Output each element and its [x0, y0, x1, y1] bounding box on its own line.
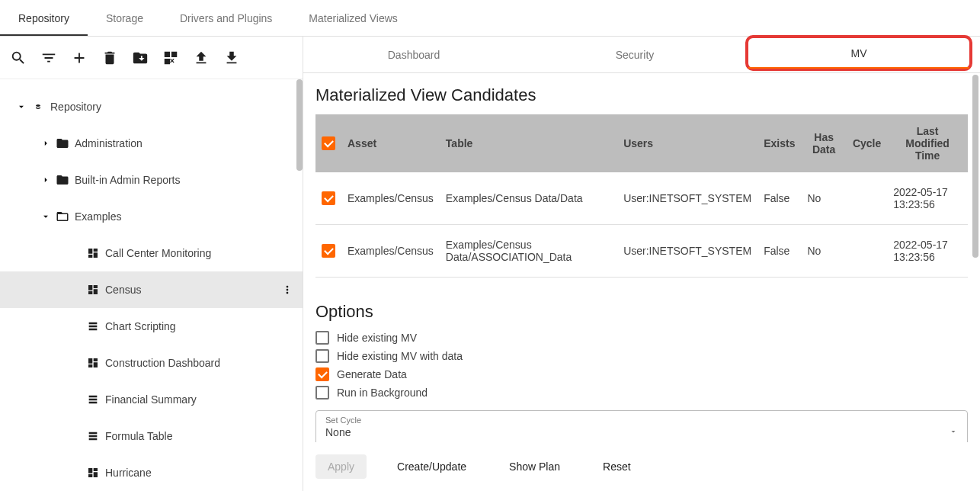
chevron-right-icon[interactable] — [37, 175, 55, 185]
tree-label: Formula Table — [105, 430, 303, 442]
table-row[interactable]: Examples/Census Examples/Census Data/Dat… — [315, 172, 968, 225]
tab-storage[interactable]: Storage — [88, 0, 162, 36]
run-background-label: Run in Background — [337, 387, 428, 399]
cell-asset: Examples/Census — [341, 225, 440, 278]
subtab-security[interactable]: Security — [524, 37, 745, 72]
run-background-checkbox[interactable] — [315, 386, 329, 400]
set-cycle-select[interactable]: Set Cycle None — [315, 410, 968, 442]
col-has-data[interactable]: Has Data — [801, 114, 846, 172]
worksheet-icon — [85, 428, 101, 444]
hide-existing-label: Hide existing MV — [337, 332, 417, 344]
create-update-button[interactable]: Create/Update — [385, 454, 479, 479]
tree-label: Repository — [50, 101, 303, 113]
left-panel: Repository Administration Built-in Admin… — [0, 37, 303, 491]
tree-item-builtin[interactable]: Built-in Admin Reports — [0, 162, 303, 198]
cell-exists: False — [757, 225, 801, 278]
upload-icon[interactable] — [192, 49, 210, 67]
row-checkbox[interactable] — [322, 244, 335, 258]
candidates-table: Asset Table Users Exists Has Data Cycle … — [315, 114, 968, 278]
tree-label: Census — [105, 284, 272, 296]
col-table[interactable]: Table — [440, 114, 617, 172]
row-checkbox[interactable] — [322, 191, 335, 205]
repository-icon — [30, 99, 46, 114]
search-icon[interactable] — [9, 49, 27, 67]
generate-data-checkbox[interactable] — [315, 367, 329, 381]
chevron-down-icon[interactable] — [37, 211, 55, 222]
tree-item-administration[interactable]: Administration — [0, 125, 303, 162]
cell-has-data: No — [801, 172, 846, 225]
delete-icon[interactable] — [101, 49, 119, 67]
right-panel: Dashboard Security MV Materialized View … — [303, 37, 980, 491]
cell-users: User:INETSOFT_SYSTEM — [617, 172, 757, 225]
export-icon[interactable] — [131, 49, 149, 67]
hide-existing-data-label: Hide existing MV with data — [337, 350, 463, 362]
set-cycle-label: Set Cycle — [325, 416, 958, 425]
candidates-title: Materialized View Candidates — [315, 85, 968, 105]
dashboard-icon — [85, 246, 101, 261]
add-icon[interactable] — [70, 49, 88, 67]
hide-existing-checkbox[interactable] — [315, 331, 329, 345]
chevron-right-icon[interactable] — [37, 138, 55, 149]
cell-modified: 2022-05-17 13:23:56 — [887, 225, 968, 278]
col-asset[interactable]: Asset — [341, 114, 440, 172]
tree-label: Financial Summary — [105, 393, 303, 406]
tab-repository[interactable]: Repository — [0, 0, 88, 36]
cell-table: Examples/Census Data/ASSOCIATION_Data — [440, 225, 617, 278]
tree-item-census[interactable]: Census — [0, 271, 303, 308]
col-cycle[interactable]: Cycle — [847, 114, 887, 172]
chevron-down-icon[interactable] — [12, 101, 30, 112]
repository-tree: Repository Administration Built-in Admin… — [0, 79, 303, 491]
sub-tabs: Dashboard Security MV — [303, 37, 980, 73]
cell-modified: 2022-05-17 13:23:56 — [887, 172, 968, 225]
tree-item-call-center[interactable]: Call Center Monitoring — [0, 235, 303, 271]
tree-item-chart-scripting[interactable]: Chart Scripting — [0, 308, 303, 345]
select-all-checkbox[interactable] — [322, 136, 335, 150]
subtab-dashboard[interactable]: Dashboard — [303, 37, 524, 72]
apply-button[interactable]: Apply — [315, 454, 367, 479]
cell-cycle — [847, 172, 887, 225]
button-bar: Apply Create/Update Show Plan Reset — [303, 442, 980, 491]
tree-item-construction[interactable]: Construction Dashboard — [0, 345, 303, 381]
tree-item-financial[interactable]: Financial Summary — [0, 381, 303, 418]
refresh-icon[interactable] — [162, 49, 180, 67]
download-icon[interactable] — [223, 49, 241, 67]
cell-cycle — [847, 225, 887, 278]
generate-data-label: Generate Data — [337, 368, 407, 380]
dashboard-icon — [85, 465, 101, 480]
tree-root-repository[interactable]: Repository — [0, 88, 303, 125]
cell-table: Examples/Census Data/Data — [440, 172, 617, 225]
worksheet-icon — [85, 392, 101, 407]
toolbar — [0, 37, 303, 79]
worksheet-icon — [85, 319, 101, 334]
tab-drivers[interactable]: Drivers and Plugins — [162, 0, 290, 36]
options-section: Options Hide existing MV Hide existing M… — [315, 296, 968, 442]
hide-existing-data-checkbox[interactable] — [315, 349, 329, 363]
tree-item-hurricane[interactable]: Hurricane — [0, 454, 303, 491]
tree-label: Chart Scripting — [105, 320, 303, 332]
tree-item-formula[interactable]: Formula Table — [0, 418, 303, 454]
folder-open-icon — [55, 209, 70, 224]
tab-materialized-views[interactable]: Materialized Views — [290, 0, 415, 36]
tree-label: Administration — [75, 137, 303, 149]
more-icon[interactable] — [272, 284, 303, 296]
cell-users: User:INETSOFT_SYSTEM — [617, 225, 757, 278]
chevron-down-icon — [949, 426, 958, 438]
folder-icon — [55, 172, 70, 188]
folder-icon — [55, 136, 70, 151]
tree-item-examples[interactable]: Examples — [0, 198, 303, 235]
col-exists[interactable]: Exists — [757, 114, 801, 172]
top-tabs: Repository Storage Drivers and Plugins M… — [0, 0, 980, 37]
reset-button[interactable]: Reset — [591, 454, 643, 479]
subtab-mv[interactable]: MV — [745, 35, 972, 71]
col-users[interactable]: Users — [617, 114, 757, 172]
filter-icon[interactable] — [40, 49, 58, 67]
show-plan-button[interactable]: Show Plan — [497, 454, 572, 479]
tree-label: Hurricane — [105, 467, 303, 479]
options-title: Options — [315, 302, 968, 322]
tree-label: Construction Dashboard — [105, 357, 303, 369]
table-row[interactable]: Examples/Census Examples/Census Data/ASS… — [315, 225, 968, 278]
col-modified[interactable]: Last Modified Time — [887, 114, 968, 172]
cell-exists: False — [757, 172, 801, 225]
tree-label: Built-in Admin Reports — [75, 174, 303, 186]
cell-asset: Examples/Census — [341, 172, 440, 225]
